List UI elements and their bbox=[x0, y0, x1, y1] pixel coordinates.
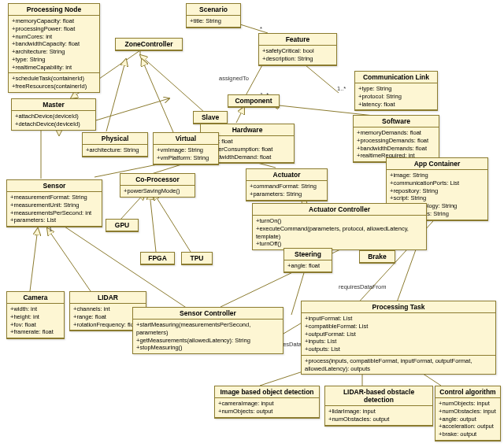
class-physical: Physical +architecture: String bbox=[82, 132, 148, 157]
class-tpu: TPU bbox=[181, 252, 213, 265]
class-software: Software +memoryDemands: float+processin… bbox=[353, 115, 439, 163]
class-actuator: Actuator +commandFormat: String+paramete… bbox=[246, 168, 328, 201]
class-zonecontroller: ZoneController bbox=[115, 38, 183, 51]
label-requiresdatafrom1: requiresDataFrom bbox=[339, 283, 386, 290]
class-camera: Camera +width: int+height: int+fov: floa… bbox=[6, 291, 65, 339]
class-coprocessor: Co-Processor +powerSavingMode() bbox=[120, 173, 195, 198]
class-component: Component bbox=[228, 94, 280, 108]
mult-star: * bbox=[260, 25, 262, 32]
class-steering: Steering +angle: float bbox=[284, 248, 332, 273]
class-sensor: Sensor +measurementFormat: String+measur… bbox=[6, 179, 102, 227]
class-master: Master +attachDevice(deviceId)+detachDev… bbox=[11, 98, 96, 131]
class-processing-task: Processing Task +inputFormat: List +comp… bbox=[301, 301, 496, 375]
class-actuator-controller: Actuator Controller +turnOn()+executeCom… bbox=[252, 203, 427, 250]
class-processing-node: Processing Node +memoryCapacity: float+p… bbox=[8, 3, 100, 93]
class-scenario: Scenario +title: String bbox=[186, 3, 241, 28]
class-sensor-controller: Sensor Controller +startMeasuring(measur… bbox=[132, 307, 284, 354]
class-gpu: GPU bbox=[106, 219, 139, 232]
class-control-algorithm: Control algorithm +numObjects: input+num… bbox=[435, 386, 501, 441]
class-virtual: Virtual +vmImage: String+vmPlatform: Str… bbox=[153, 132, 219, 165]
class-fpga: FPGA bbox=[140, 252, 175, 265]
class-communication-link: Communication Link +type: String+protoco… bbox=[354, 71, 438, 111]
class-image-detection: Image based object detection +cameraImag… bbox=[214, 386, 320, 419]
class-lidar-detection: LIDAR-based obstacle detection +lidarIma… bbox=[324, 386, 433, 427]
class-slave: Slave bbox=[193, 111, 228, 124]
class-feature: Feature +safetyCritical: bool+descriptio… bbox=[258, 33, 337, 66]
label-assignedto: assignedTo bbox=[219, 75, 249, 82]
class-title: Processing Node bbox=[9, 4, 99, 16]
class-brake: Brake bbox=[359, 250, 395, 264]
mult-1star2: 1..* bbox=[337, 85, 346, 92]
